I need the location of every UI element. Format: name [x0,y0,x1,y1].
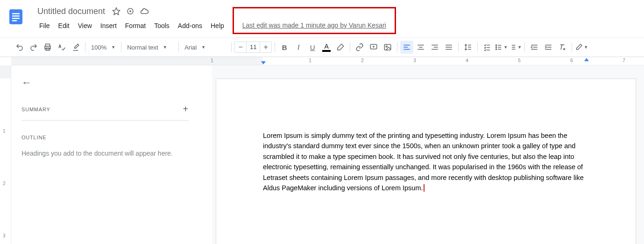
document-page[interactable]: Lorem Ipsum is simply dummy text of the … [216,79,636,244]
menu-format[interactable]: Format [121,20,149,31]
docs-logo[interactable] [7,6,24,28]
redo-button[interactable] [27,41,40,54]
font-size-control: − 11 + [234,42,272,53]
bulleted-list-button[interactable]: ▼ [495,41,508,54]
outline-hint: Headings you add to the document will ap… [21,149,189,158]
ruler-number: 7 [623,58,625,63]
numbered-list-button[interactable]: ▼ [509,41,522,54]
separator [458,42,459,52]
align-left-button[interactable] [400,41,413,54]
align-center-button[interactable] [414,41,427,54]
vertical-ruler[interactable]: 1 2 3 [0,65,11,244]
text-cursor [424,184,425,192]
document-body[interactable]: Lorem Ipsum is simply dummy text of the … [263,130,589,194]
highlight-color-button[interactable] [334,41,347,54]
menu-addons[interactable]: Add-ons [174,20,206,31]
add-summary-button[interactable]: + [183,104,189,115]
decrease-indent-button[interactable] [528,41,541,54]
underline-button[interactable]: U [306,41,319,54]
insert-image-button[interactable] [381,41,394,54]
menubar: File Edit View Insert Format Tools Add-o… [35,19,637,33]
increase-indent-button[interactable] [542,41,555,54]
zoom-value: 100% [91,44,106,51]
clear-formatting-button[interactable] [556,41,569,54]
outline-label: OUTLINE [21,135,189,140]
svg-point-13 [496,45,497,46]
body-text[interactable]: Lorem Ipsum is simply dummy text of the … [263,132,584,192]
move-icon[interactable] [126,7,135,16]
separator [275,42,275,52]
zoom-select[interactable]: 100%▼ [88,41,118,54]
outline-panel: ← SUMMARY + OUTLINE Headings you add to … [11,65,212,244]
insert-link-button[interactable] [353,41,366,54]
editing-mode-button[interactable]: ▼ [575,41,588,54]
last-edit-highlight: Last edit was made 1 minute ago by Varun… [233,7,396,34]
back-arrow-icon[interactable]: ← [21,77,32,88]
right-indent-marker[interactable] [584,58,589,61]
chevron-down-icon: ▼ [201,45,205,50]
separator [572,42,572,52]
italic-button[interactable]: I [292,41,305,54]
checklist-button[interactable] [481,41,494,54]
print-button[interactable] [41,41,54,54]
ruler-corner [0,57,11,65]
paint-format-button[interactable] [69,41,82,54]
font-select[interactable]: Arial▼ [182,41,228,54]
menu-file[interactable]: File [35,20,54,31]
chevron-down-icon: ▼ [584,45,588,50]
last-edit-link[interactable]: Last edit was made 1 minute ago by Varun… [242,22,386,29]
separator [524,42,525,52]
separator [350,42,350,52]
undo-button[interactable] [13,41,26,54]
menu-help[interactable]: Help [207,20,228,31]
text-color-button[interactable]: A [320,41,333,54]
page-area[interactable]: Lorem Ipsum is simply dummy text of the … [212,65,644,244]
ruler-number: 3 [413,58,416,63]
separator [85,42,85,52]
summary-label: SUMMARY [21,107,50,112]
document-title[interactable]: Untitled document [35,6,107,17]
font-value: Arial [184,44,197,51]
bold-button[interactable]: B [278,41,291,54]
svg-point-14 [496,47,497,48]
svg-rect-2 [12,15,20,17]
font-size-value[interactable]: 11 [246,42,260,52]
separator [397,42,397,52]
svg-marker-5 [113,8,120,15]
workspace: 1 2 3 ← SUMMARY + OUTLINE Headings you a… [0,65,644,244]
chevron-down-icon: ▼ [111,45,115,50]
svg-point-15 [496,49,497,50]
chevron-down-icon: ▼ [503,45,508,50]
svg-rect-11 [384,44,391,50]
menu-tools[interactable]: Tools [150,20,173,31]
first-line-indent-marker[interactable] [261,61,266,65]
align-right-button[interactable] [428,41,441,54]
menu-insert[interactable]: Insert [97,20,120,31]
ruler-number: 5 [518,58,521,63]
separator [231,42,232,52]
separator [178,42,179,52]
separator [121,42,121,52]
toolbar: 100%▼ Normal text▼ Arial▼ − 11 + B I U A… [0,37,644,57]
menu-view[interactable]: View [74,20,96,31]
spellcheck-button[interactable] [55,41,68,54]
ruler-number: 1 [309,58,311,63]
horizontal-ruler[interactable]: 1 1 2 3 4 5 6 7 [11,57,644,65]
ruler-number: 6 [570,58,573,63]
font-size-increase[interactable]: + [260,43,271,51]
star-icon[interactable] [112,7,121,16]
line-spacing-button[interactable] [461,41,474,54]
menu-edit[interactable]: Edit [55,20,73,31]
add-comment-button[interactable] [367,41,380,54]
svg-rect-3 [12,18,20,19]
cloud-icon[interactable] [140,7,149,16]
font-size-decrease[interactable]: − [235,43,246,51]
chevron-down-icon: ▼ [163,45,167,50]
svg-rect-0 [9,9,22,24]
paragraph-style-select[interactable]: Normal text▼ [124,41,176,54]
align-justify-button[interactable] [442,41,455,54]
chevron-down-icon: ▼ [517,45,522,50]
svg-rect-4 [12,20,17,22]
app-header: Untitled document File Edit View Insert … [0,0,644,37]
separator [477,42,478,52]
